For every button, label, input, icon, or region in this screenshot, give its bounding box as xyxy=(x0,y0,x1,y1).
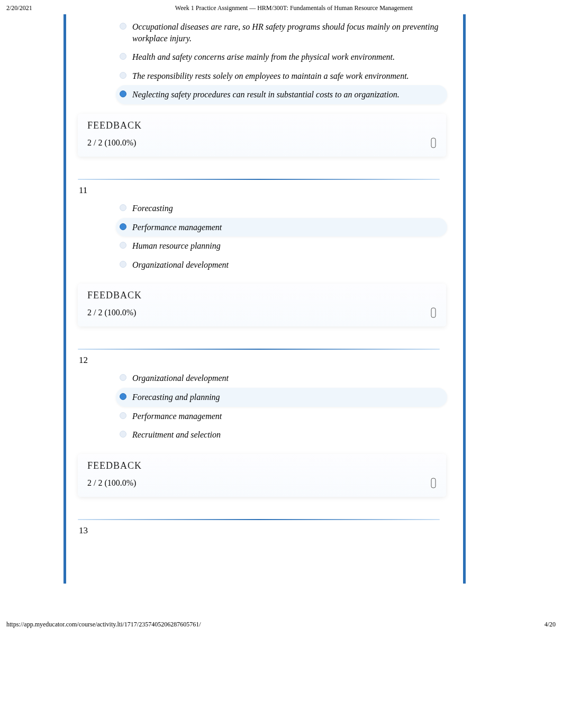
feedback-row: 2 / 2 (100.0%) xyxy=(87,307,437,318)
option-text: Forecasting xyxy=(132,203,442,214)
option-text: Human resource planning xyxy=(132,240,442,252)
question-11-block: 11 Forecasting Performance management Hu… xyxy=(66,180,451,350)
feedback-card: FEEDBACK 2 / 2 (100.0%) xyxy=(78,454,446,497)
option-text: Recruitment and selection xyxy=(132,429,442,441)
svg-point-3 xyxy=(120,91,126,97)
option-row[interactable]: Organizational development xyxy=(116,369,447,388)
question-number: 12 xyxy=(66,350,451,366)
svg-point-1 xyxy=(120,53,126,60)
svg-rect-14 xyxy=(431,478,436,488)
option-row[interactable]: The responsibility rests solely on emplo… xyxy=(116,67,447,86)
feedback-card: FEEDBACK 2 / 2 (100.0%) xyxy=(78,284,446,326)
footer-page-number: 4/20 xyxy=(545,621,556,629)
option-text: Forecasting and planning xyxy=(132,392,442,403)
feedback-score: 2 / 2 (100.0%) xyxy=(87,138,136,148)
radio-checked-icon xyxy=(119,90,127,98)
assessment-content: Occupational diseases are rare, so HR sa… xyxy=(64,14,466,584)
feedback-heading: FEEDBACK xyxy=(87,290,437,301)
svg-point-6 xyxy=(120,223,126,230)
option-row[interactable]: Forecasting xyxy=(116,199,447,218)
svg-point-10 xyxy=(120,375,126,381)
option-row[interactable]: Health and safety concerns arise mainly … xyxy=(116,48,447,67)
feedback-score: 2 / 2 (100.0%) xyxy=(87,478,136,488)
question-number: 11 xyxy=(66,180,451,196)
svg-point-2 xyxy=(120,72,126,78)
option-text: Organizational development xyxy=(132,372,442,384)
svg-rect-9 xyxy=(431,308,436,317)
header-title: Week 1 Practice Assignment — HRM/300T: F… xyxy=(32,4,556,12)
expand-icon[interactable] xyxy=(430,307,437,318)
expand-icon[interactable] xyxy=(430,478,437,488)
question-12-block: 12 Organizational development Forecastin… xyxy=(66,350,451,520)
expand-icon[interactable] xyxy=(430,138,437,148)
option-row-selected[interactable]: Performance management xyxy=(116,218,447,237)
option-text: Health and safety concerns arise mainly … xyxy=(132,51,442,63)
radio-unchecked-icon xyxy=(119,52,127,60)
svg-point-12 xyxy=(120,412,126,418)
option-row-selected[interactable]: Forecasting and planning xyxy=(116,388,447,407)
radio-unchecked-icon xyxy=(119,374,127,381)
feedback-score: 2 / 2 (100.0%) xyxy=(87,308,136,317)
option-text: The responsibility rests solely on emplo… xyxy=(132,70,442,82)
footer-url: https://app.myeducator.com/course/activi… xyxy=(6,621,201,629)
svg-point-0 xyxy=(120,23,126,30)
option-row[interactable]: Performance management xyxy=(116,407,447,426)
option-text: Organizational development xyxy=(132,259,442,271)
radio-unchecked-icon xyxy=(119,241,127,249)
header-date: 2/20/2021 xyxy=(6,4,32,12)
radio-unchecked-icon xyxy=(119,71,127,79)
option-text: Performance management xyxy=(132,222,442,233)
option-row[interactable]: Organizational development xyxy=(116,256,447,275)
feedback-row: 2 / 2 (100.0%) xyxy=(87,138,437,148)
radio-unchecked-icon xyxy=(119,22,127,30)
option-row[interactable]: Human resource planning xyxy=(116,236,447,256)
radio-unchecked-icon xyxy=(119,412,127,420)
feedback-heading: FEEDBACK xyxy=(87,120,437,131)
option-row[interactable]: Occupational diseases are rare, so HR sa… xyxy=(116,17,447,48)
page-header: 2/20/2021 Week 1 Practice Assignment — H… xyxy=(0,0,562,14)
question-10-block: Occupational diseases are rare, so HR sa… xyxy=(66,14,451,180)
radio-unchecked-icon xyxy=(119,204,127,212)
svg-point-11 xyxy=(120,393,126,399)
page-footer: https://app.myeducator.com/course/activi… xyxy=(0,605,562,634)
feedback-card: FEEDBACK 2 / 2 (100.0%) xyxy=(78,114,446,157)
feedback-row: 2 / 2 (100.0%) xyxy=(87,478,437,488)
svg-point-13 xyxy=(120,431,126,438)
svg-point-7 xyxy=(120,242,126,249)
question-10-options: Occupational diseases are rare, so HR sa… xyxy=(116,14,447,104)
svg-point-5 xyxy=(120,204,126,211)
feedback-heading: FEEDBACK xyxy=(87,460,437,471)
option-text: Performance management xyxy=(132,411,442,422)
question-11-options: Forecasting Performance management Human… xyxy=(116,196,447,274)
option-row-selected[interactable]: Neglecting safety procedures can result … xyxy=(116,85,447,104)
svg-rect-4 xyxy=(431,138,436,148)
question-number: 13 xyxy=(66,520,451,536)
radio-unchecked-icon xyxy=(119,430,127,438)
option-text: Neglecting safety procedures can result … xyxy=(132,89,442,101)
radio-unchecked-icon xyxy=(119,260,127,268)
radio-checked-icon xyxy=(119,393,127,401)
option-row[interactable]: Recruitment and selection xyxy=(116,425,447,444)
svg-point-8 xyxy=(120,261,126,267)
radio-checked-icon xyxy=(119,223,127,231)
question-13-block: 13 xyxy=(66,520,451,584)
question-12-options: Organizational development Forecasting a… xyxy=(116,366,447,444)
option-text: Occupational diseases are rare, so HR sa… xyxy=(132,21,442,44)
